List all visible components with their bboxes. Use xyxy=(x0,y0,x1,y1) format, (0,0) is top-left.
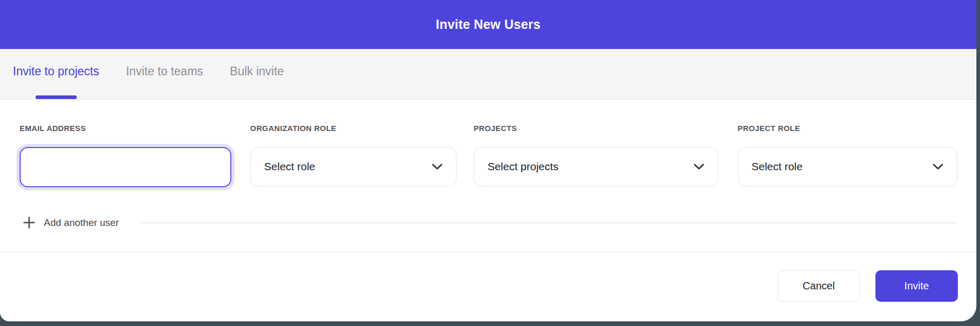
plus-icon xyxy=(23,217,35,229)
dialog-title: Invite New Users xyxy=(436,17,540,32)
organization-role-select[interactable]: Select role xyxy=(250,147,457,186)
dialog-footer: Cancel Invite xyxy=(0,252,976,302)
invite-button[interactable]: Invite xyxy=(875,270,958,302)
organization-role-field-group: ORGANIZATION ROLE Select role xyxy=(250,124,457,187)
email-address-label: EMAIL ADDRESS xyxy=(20,124,231,133)
invite-form: EMAIL ADDRESS ORGANIZATION ROLE Select r… xyxy=(0,100,976,229)
tab-bulk-invite[interactable]: Bulk invite xyxy=(230,49,284,99)
add-user-row: Add another user xyxy=(20,217,957,229)
project-role-field-group: PROJECT ROLE Select role xyxy=(738,124,958,187)
dialog-header: Invite New Users xyxy=(0,0,976,49)
project-role-select[interactable]: Select role xyxy=(738,147,958,186)
add-another-user-button[interactable]: Add another user xyxy=(20,217,119,229)
active-tab-underline xyxy=(36,95,77,99)
projects-label: PROJECTS xyxy=(474,124,718,133)
chevron-down-icon xyxy=(694,164,704,170)
page-background: Invite New Users Invite to projects Invi… xyxy=(0,0,980,326)
chevron-down-icon xyxy=(933,164,943,170)
invite-new-users-dialog: Invite New Users Invite to projects Invi… xyxy=(0,0,976,321)
organization-role-value: Select role xyxy=(264,160,315,173)
tab-invite-to-projects[interactable]: Invite to projects xyxy=(13,49,99,99)
row-divider xyxy=(139,222,957,223)
projects-value: Select projects xyxy=(487,160,559,173)
add-another-user-label: Add another user xyxy=(44,217,119,229)
project-role-label: PROJECT ROLE xyxy=(738,124,958,133)
chevron-down-icon xyxy=(432,164,443,170)
user-row: EMAIL ADDRESS ORGANIZATION ROLE Select r… xyxy=(20,124,957,187)
cancel-button[interactable]: Cancel xyxy=(778,270,860,302)
tab-invite-to-teams[interactable]: Invite to teams xyxy=(126,49,203,99)
project-role-value: Select role xyxy=(752,160,803,173)
email-field-group: EMAIL ADDRESS xyxy=(20,124,231,187)
organization-role-label: ORGANIZATION ROLE xyxy=(250,124,457,133)
tab-label: Invite to projects xyxy=(13,64,99,78)
dialog-tabs: Invite to projects Invite to teams Bulk … xyxy=(0,49,976,100)
tab-label: Invite to teams xyxy=(126,64,203,78)
tab-label: Bulk invite xyxy=(230,64,284,78)
projects-select[interactable]: Select projects xyxy=(474,147,718,186)
email-address-input[interactable] xyxy=(20,147,231,187)
projects-field-group: PROJECTS Select projects xyxy=(474,124,718,187)
